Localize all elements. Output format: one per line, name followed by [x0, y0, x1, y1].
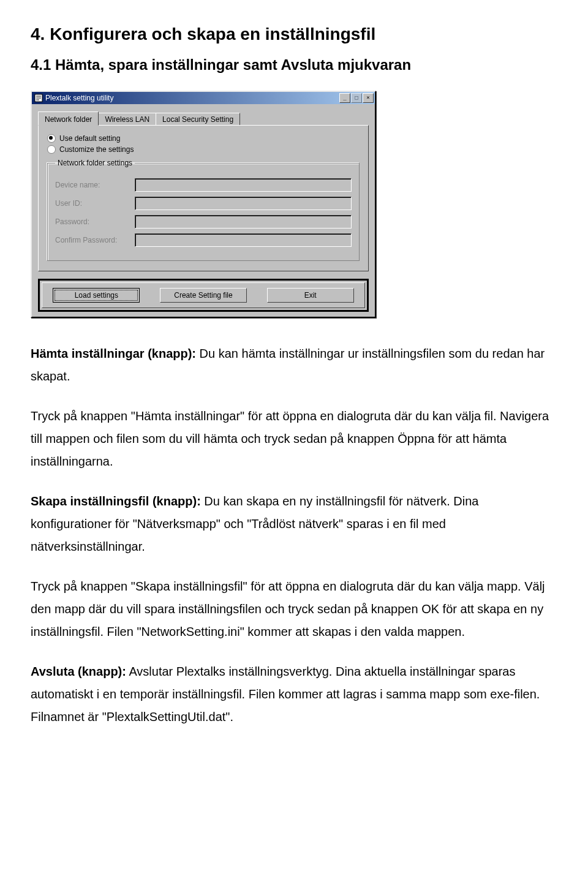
app-window: Plextalk setting utility _ □ × Network f… [31, 91, 376, 318]
svg-rect-1 [36, 96, 41, 97]
maximize-button[interactable]: □ [351, 93, 362, 103]
tab-network-folder[interactable]: Network folder [38, 111, 99, 126]
window-title: Plextalk setting utility [45, 94, 339, 102]
section-title: 4. Konfigurera och skapa en inställnings… [31, 25, 557, 44]
minimize-button[interactable]: _ [339, 93, 350, 103]
tab-local-security[interactable]: Local Security Setting [156, 113, 240, 125]
app-icon [34, 94, 43, 102]
radio-label: Customize the settings [59, 145, 134, 154]
button-row-highlight: Load settings Create Setting file Exit [38, 279, 369, 312]
subsection-title: 4.1 Hämta, spara inställningar samt Avsl… [31, 56, 557, 74]
groupbox-legend: Network folder settings [55, 159, 135, 167]
create-setting-file-button[interactable]: Create Setting file [160, 288, 247, 303]
svg-rect-3 [36, 99, 39, 100]
svg-rect-2 [36, 97, 41, 99]
load-settings-button[interactable]: Load settings [53, 288, 140, 303]
paragraph-load-instructions: Tryck på knappen "Hämta inställningar" f… [31, 405, 557, 473]
input-confirm-password[interactable] [135, 233, 352, 247]
paragraph-load: Hämta inställningar (knapp): Du kan hämt… [31, 342, 557, 388]
paragraph-create-instructions: Tryck på knappen "Skapa inställningsfil"… [31, 575, 557, 643]
radio-use-default[interactable]: Use default setting [47, 134, 360, 143]
bold-label: Hämta inställningar (knapp): [31, 347, 196, 360]
bold-label: Avsluta (knapp): [31, 665, 126, 678]
tab-pane: Use default setting Customize the settin… [38, 125, 369, 271]
radio-icon [47, 134, 56, 143]
body-text: Hämta inställningar (knapp): Du kan hämt… [31, 342, 557, 728]
paragraph-create: Skapa inställningsfil (knapp): Du kan sk… [31, 490, 557, 558]
label-user-id: User ID: [55, 199, 135, 208]
network-folder-groupbox: Network folder settings Device name: Use… [47, 159, 360, 261]
radio-customize[interactable]: Customize the settings [47, 145, 360, 154]
close-button[interactable]: × [363, 93, 374, 103]
input-password[interactable] [135, 215, 352, 228]
exit-button[interactable]: Exit [267, 288, 354, 303]
tab-wireless-lan[interactable]: Wireless LAN [98, 113, 156, 125]
input-device-name[interactable] [135, 178, 352, 192]
label-device-name: Device name: [55, 181, 135, 189]
bold-label: Skapa inställningsfil (knapp): [31, 494, 201, 508]
radio-label: Use default setting [59, 134, 120, 143]
paragraph-exit: Avsluta (knapp): Avslutar Plextalks inst… [31, 660, 557, 728]
label-password: Password: [55, 217, 135, 226]
titlebar: Plextalk setting utility _ □ × [32, 92, 375, 104]
tab-strip: Network folder Wireless LAN Local Securi… [38, 111, 369, 125]
label-confirm-password: Confirm Password: [55, 236, 135, 244]
radio-icon [47, 145, 56, 154]
input-user-id[interactable] [135, 197, 352, 210]
